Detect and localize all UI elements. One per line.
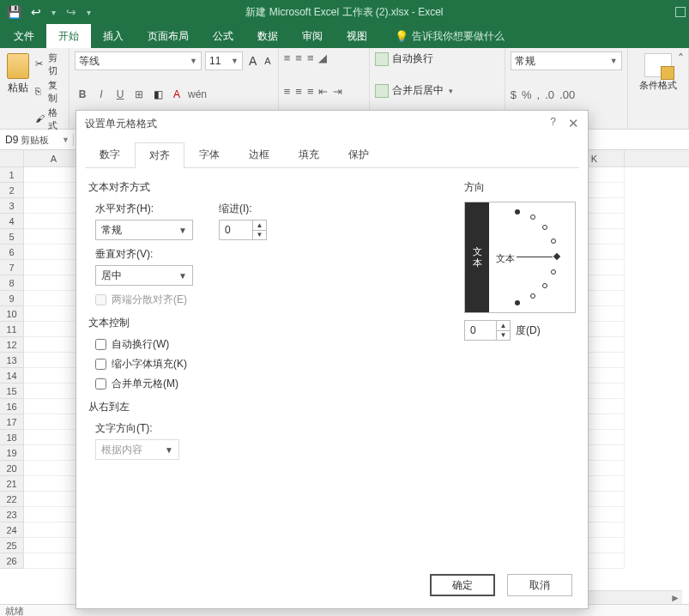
text-direction-select[interactable]: 根据内容▼ bbox=[95, 439, 179, 460]
align-top-icon[interactable]: ≡ bbox=[284, 51, 291, 64]
indent-dec-icon[interactable]: ⇤ bbox=[318, 85, 328, 98]
row-header[interactable]: 7 bbox=[0, 260, 24, 275]
tab-view[interactable]: 视图 bbox=[335, 24, 379, 48]
help-icon[interactable]: ? bbox=[550, 116, 556, 131]
tab-review[interactable]: 审阅 bbox=[290, 24, 335, 48]
row-header[interactable]: 13 bbox=[0, 353, 24, 368]
tab-formula[interactable]: 公式 bbox=[201, 24, 245, 48]
undo-dropdown-icon[interactable]: ▾ bbox=[51, 8, 56, 17]
row-header[interactable]: 11 bbox=[0, 322, 24, 337]
row-header[interactable]: 15 bbox=[0, 383, 24, 399]
row-header[interactable]: 20 bbox=[0, 461, 24, 476]
decrease-font-icon[interactable]: A bbox=[263, 56, 272, 66]
italic-button[interactable]: I bbox=[94, 88, 109, 100]
tab-file[interactable]: 文件 bbox=[2, 24, 46, 48]
spin-down-icon[interactable]: ▼ bbox=[496, 331, 510, 341]
format-painter-button[interactable]: 格式 bbox=[35, 106, 63, 132]
row-header[interactable]: 1 bbox=[0, 167, 24, 183]
cancel-button[interactable]: 取消 bbox=[507, 574, 572, 596]
degree-spinner[interactable]: 0 ▲▼ bbox=[464, 320, 511, 341]
dlg-tab-font[interactable]: 字体 bbox=[184, 142, 234, 167]
dlg-tab-protect[interactable]: 保护 bbox=[334, 142, 384, 167]
merge-cells-check[interactable]: 合并单元格(M) bbox=[95, 377, 438, 391]
row-header[interactable]: 6 bbox=[0, 245, 24, 260]
ribbon-options-icon[interactable] bbox=[675, 7, 686, 17]
row-header[interactable]: 8 bbox=[0, 275, 24, 291]
v-align-select[interactable]: 居中▼ bbox=[95, 265, 193, 286]
orientation-vertical-label[interactable]: 文本 bbox=[465, 202, 489, 312]
row-header[interactable]: 17 bbox=[0, 414, 24, 430]
row-header[interactable]: 16 bbox=[0, 399, 24, 414]
tab-insert[interactable]: 插入 bbox=[91, 24, 136, 48]
merge-center-button[interactable]: 合并后居中▾ bbox=[375, 83, 499, 98]
border-button[interactable]: ⊞ bbox=[131, 88, 147, 100]
row-header[interactable]: 2 bbox=[0, 183, 24, 198]
tab-data[interactable]: 数据 bbox=[245, 24, 290, 48]
phonetic-button[interactable]: wén bbox=[188, 88, 207, 100]
orientation-control[interactable]: 文本 文本 bbox=[464, 202, 576, 313]
accounting-icon[interactable]: $ bbox=[511, 88, 517, 101]
undo-icon[interactable]: ↩ bbox=[29, 5, 43, 19]
copy-button[interactable]: 复制 bbox=[35, 79, 63, 105]
dec-decimal-icon[interactable]: .00 bbox=[559, 88, 575, 101]
scroll-right-icon[interactable]: ► bbox=[668, 592, 682, 604]
qat-customize-icon[interactable]: ▾ bbox=[87, 8, 91, 17]
paste-button[interactable]: 粘贴 bbox=[5, 51, 32, 103]
spin-up-icon[interactable]: ▲ bbox=[252, 220, 266, 231]
align-right-icon[interactable]: ≡ bbox=[307, 85, 314, 98]
dlg-tab-fill[interactable]: 填充 bbox=[284, 142, 334, 167]
row-header[interactable]: 26 bbox=[0, 553, 24, 569]
row-header[interactable]: 4 bbox=[0, 214, 24, 229]
font-color-button[interactable]: A bbox=[169, 88, 184, 100]
row-header[interactable]: 24 bbox=[0, 522, 24, 538]
underline-button[interactable]: U bbox=[112, 88, 128, 100]
arc-handle-icon[interactable] bbox=[553, 253, 560, 260]
tell-me[interactable]: 💡 告诉我你想要做什么 bbox=[395, 24, 505, 48]
conditional-format-button[interactable]: 条件格式 bbox=[633, 51, 683, 92]
spin-up-icon[interactable]: ▲ bbox=[496, 321, 510, 331]
indent-spinner[interactable]: 0 ▲▼ bbox=[219, 220, 267, 240]
wrap-text-button[interactable]: 自动换行 bbox=[375, 51, 499, 66]
font-size-combo[interactable]: 11▼ bbox=[205, 51, 243, 70]
wrap-text-check[interactable]: 自动换行(W) bbox=[95, 337, 438, 352]
comma-icon[interactable]: , bbox=[537, 88, 541, 101]
row-header[interactable]: 3 bbox=[0, 198, 24, 214]
ok-button[interactable]: 确定 bbox=[430, 574, 495, 596]
dlg-tab-number[interactable]: 数字 bbox=[85, 142, 135, 167]
number-format-combo[interactable]: 常规▼ bbox=[511, 51, 622, 70]
row-header[interactable]: 23 bbox=[0, 507, 24, 522]
row-header[interactable]: 18 bbox=[0, 430, 24, 445]
row-header[interactable]: 14 bbox=[0, 368, 24, 383]
close-icon[interactable]: ✕ bbox=[568, 116, 579, 131]
percent-icon[interactable]: % bbox=[522, 88, 532, 101]
ribbon-collapse-icon[interactable]: ˄ bbox=[678, 51, 684, 65]
orientation-icon[interactable]: ◢ bbox=[318, 51, 327, 64]
row-header[interactable]: 12 bbox=[0, 337, 24, 353]
dlg-tab-align[interactable]: 对齐 bbox=[135, 142, 184, 168]
row-header[interactable]: 19 bbox=[0, 445, 24, 461]
align-center-icon[interactable]: ≡ bbox=[295, 85, 302, 98]
row-header[interactable]: 5 bbox=[0, 229, 24, 245]
tab-layout[interactable]: 页面布局 bbox=[136, 24, 201, 48]
select-all-corner[interactable] bbox=[0, 150, 24, 166]
redo-icon[interactable]: ↪ bbox=[64, 5, 78, 19]
font-name-combo[interactable]: 等线▼ bbox=[75, 51, 202, 70]
h-align-select[interactable]: 常规▼ bbox=[95, 220, 193, 240]
align-middle-icon[interactable]: ≡ bbox=[295, 51, 302, 64]
cut-button[interactable]: 剪切 bbox=[35, 51, 63, 77]
row-header[interactable]: 22 bbox=[0, 492, 24, 507]
spin-down-icon[interactable]: ▼ bbox=[252, 231, 266, 240]
row-header[interactable]: 10 bbox=[0, 306, 24, 322]
shrink-fit-check[interactable]: 缩小字体填充(K) bbox=[95, 357, 438, 371]
dlg-tab-border[interactable]: 边框 bbox=[234, 142, 284, 167]
align-bottom-icon[interactable]: ≡ bbox=[307, 51, 314, 64]
save-icon[interactable]: 💾 bbox=[7, 5, 21, 19]
row-header[interactable]: 21 bbox=[0, 476, 24, 492]
increase-font-icon[interactable]: A bbox=[246, 54, 259, 68]
inc-decimal-icon[interactable]: .0 bbox=[545, 88, 554, 101]
tab-home[interactable]: 开始 bbox=[46, 24, 91, 48]
indent-inc-icon[interactable]: ⇥ bbox=[333, 85, 342, 98]
fill-color-button[interactable]: ◧ bbox=[150, 88, 166, 100]
align-left-icon[interactable]: ≡ bbox=[284, 85, 291, 98]
row-header[interactable]: 25 bbox=[0, 538, 24, 553]
